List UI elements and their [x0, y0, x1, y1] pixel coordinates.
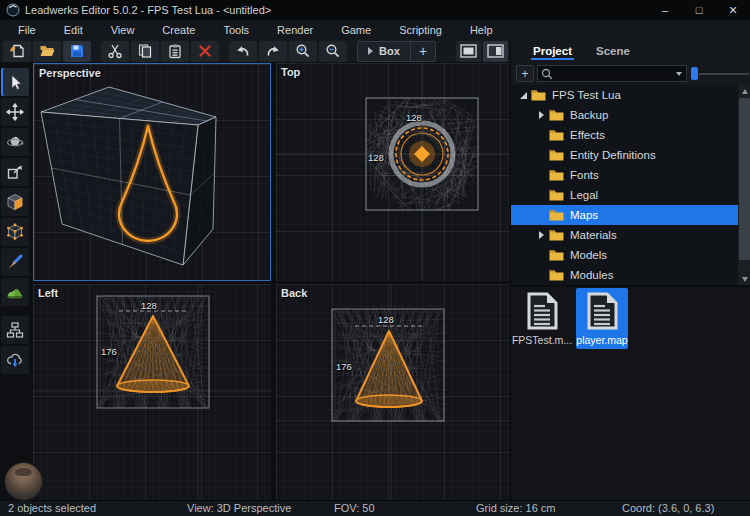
layout-sidebar-icon [487, 44, 504, 58]
map-file-icon [585, 291, 619, 331]
minimize-button[interactable]: – [648, 0, 682, 20]
viewport-label: Left [38, 287, 58, 299]
folder-icon [549, 209, 564, 221]
tree-item-fps-test-lua[interactable]: FPS Test Lua [511, 85, 738, 105]
face-edit-tool-button[interactable] [1, 158, 29, 186]
dimension-label: 128 [368, 152, 384, 163]
tree-item-models[interactable]: Models [511, 245, 738, 265]
vertex-cube-icon [6, 223, 24, 241]
zoom-in-icon [295, 43, 311, 59]
scroll-up-button[interactable] [738, 85, 750, 97]
search-icon [541, 68, 553, 80]
undo-button[interactable] [229, 41, 257, 62]
viewport-top[interactable]: Top 128 128 [276, 63, 510, 281]
scroll-down-button[interactable] [738, 273, 750, 285]
thumbnail-size-slider[interactable] [691, 65, 750, 82]
top-wireframe-view [276, 63, 510, 281]
cursor-icon [7, 74, 24, 91]
cloud-sync-button[interactable] [1, 346, 29, 374]
minimize-icon: – [662, 4, 668, 16]
viewport-left[interactable]: Left 128 176 [33, 284, 271, 500]
new-file-button[interactable] [3, 41, 31, 62]
file-label: FPSTest.m... [512, 334, 572, 346]
layout-toggle-main[interactable] [456, 41, 481, 62]
add-primitive-button[interactable]: + [411, 43, 435, 59]
slider-handle[interactable] [691, 67, 698, 80]
tree-item-fonts[interactable]: Fonts [511, 165, 738, 185]
viewport-perspective[interactable]: Perspective [33, 63, 271, 281]
status-coord: Coord: (3.6, 0, 6.3) [622, 501, 714, 516]
dimension-label: 176 [336, 361, 352, 372]
cut-button[interactable] [101, 41, 129, 62]
select-tool-button[interactable] [1, 68, 29, 96]
search-dropdown-button[interactable] [672, 66, 686, 81]
scrollbar-thumb[interactable] [739, 98, 750, 260]
zoom-out-icon [325, 43, 341, 59]
tree-item-legal[interactable]: Legal [511, 185, 738, 205]
save-button[interactable] [63, 41, 91, 62]
menu-item-scripting[interactable]: Scripting [385, 20, 456, 40]
solid-tool-button[interactable] [1, 188, 29, 216]
maximize-button[interactable]: □ [682, 0, 716, 20]
tree-item-label: Legal [570, 189, 598, 201]
layout-toggle-sidebar[interactable] [483, 41, 508, 62]
menu-item-file[interactable]: File [4, 20, 50, 40]
tab-project[interactable]: Project [531, 43, 574, 60]
file-item-fpstest-m[interactable]: FPSTest.m... [516, 288, 568, 349]
viewport-back[interactable]: Back 128 176 [276, 284, 510, 500]
tab-scene[interactable]: Scene [594, 43, 632, 60]
search-box[interactable] [537, 65, 687, 82]
redo-button[interactable] [259, 41, 287, 62]
menu-item-view[interactable]: View [97, 20, 149, 40]
save-icon [69, 43, 85, 59]
vertex-tool-button[interactable] [1, 218, 29, 246]
paste-button[interactable] [161, 41, 189, 62]
file-item-player-map[interactable]: player.map [576, 288, 628, 349]
scroll-down-icon [742, 277, 748, 282]
tree-item-maps[interactable]: Maps [511, 205, 738, 225]
zoom-in-button[interactable] [289, 41, 317, 62]
rotate-tool-button[interactable] [1, 128, 29, 156]
menu-item-game[interactable]: Game [327, 20, 385, 40]
search-input[interactable] [553, 68, 672, 80]
file-grid: FPSTest.m...player.map [511, 287, 750, 500]
zoom-out-button[interactable] [319, 41, 347, 62]
titlebar: Leadwerks Editor 5.0.2 - FPS Test Lua - … [0, 0, 750, 20]
terrain-tool-button[interactable] [1, 278, 29, 306]
cube-face-icon [6, 193, 24, 211]
paint-tool-button[interactable] [1, 248, 29, 276]
tree-item-effects[interactable]: Effects [511, 125, 738, 145]
collapse-arrow-icon[interactable] [535, 231, 547, 239]
collapse-arrow-icon[interactable] [535, 111, 547, 119]
user-avatar[interactable] [5, 463, 42, 500]
primitive-dropdown[interactable]: Box + [357, 41, 436, 62]
status-grid-size: Grid size: 16 cm [476, 501, 555, 516]
tree-item-modules[interactable]: Modules [511, 265, 738, 285]
tree-item-entity-definitions[interactable]: Entity Definitions [511, 145, 738, 165]
tree-item-label: Fonts [570, 169, 599, 181]
open-button[interactable] [33, 41, 61, 62]
dropdown-arrow-icon [368, 47, 373, 55]
menu-item-edit[interactable]: Edit [50, 20, 97, 40]
add-asset-button[interactable]: + [516, 65, 534, 82]
paste-icon [167, 43, 183, 59]
tree-scrollbar[interactable] [738, 85, 750, 285]
delete-button[interactable] [191, 41, 219, 62]
menu-item-help[interactable]: Help [456, 20, 507, 40]
tree-item-label: FPS Test Lua [552, 89, 621, 101]
tree-item-backup[interactable]: Backup [511, 105, 738, 125]
map-file-icon [525, 291, 559, 331]
move-tool-button[interactable] [1, 98, 29, 126]
hierarchy-tool-button[interactable] [1, 316, 29, 344]
menu-item-create[interactable]: Create [148, 20, 209, 40]
menu-item-render[interactable]: Render [263, 20, 327, 40]
toolbar: Box + [0, 40, 510, 62]
expand-arrow-icon[interactable] [517, 92, 529, 99]
tree-item-materials[interactable]: Materials [511, 225, 738, 245]
copy-button[interactable] [131, 41, 159, 62]
project-panel: Project Scene + FPS Test LuaBackupEffect… [510, 40, 750, 500]
viewport-label: Back [281, 287, 307, 299]
menu-item-tools[interactable]: Tools [209, 20, 263, 40]
close-button[interactable]: × [716, 0, 750, 20]
brush-icon [6, 253, 24, 271]
